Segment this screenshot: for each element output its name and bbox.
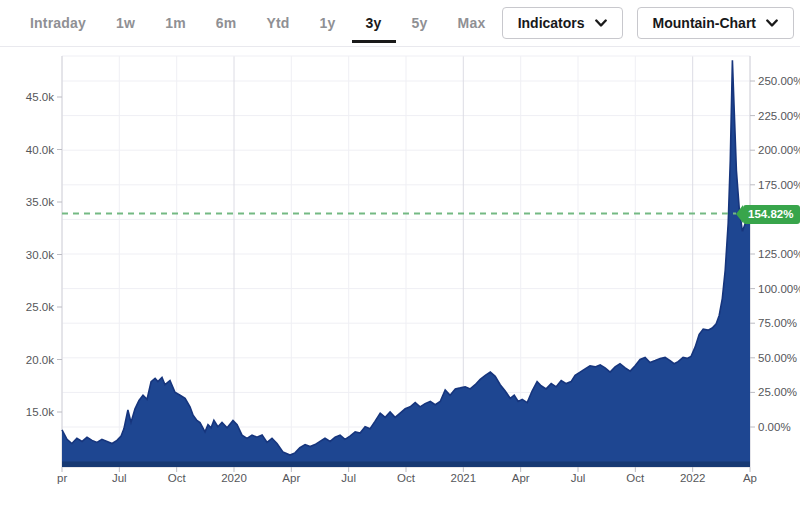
x-axis-label: 2022 — [680, 472, 706, 484]
right-axis-label: 0.00% — [758, 421, 791, 433]
x-axis-label: Jul — [571, 472, 586, 484]
left-axis-label: 20.0k — [26, 354, 54, 366]
right-axis-label: 25.00% — [758, 386, 797, 398]
current-value-badge: 154.82% — [743, 205, 800, 224]
right-axis-label: 100.00% — [758, 283, 800, 295]
left-axis-label: 35.0k — [26, 196, 54, 208]
right-axis-label: 250.00% — [758, 75, 800, 87]
x-axis-label: Oct — [168, 472, 187, 484]
x-axis-label: Oct — [397, 472, 416, 484]
mountain-chart-plot[interactable]: 45.0k40.0k35.0k30.0k25.0k20.0k15.0k250.0… — [0, 0, 800, 505]
x-axis-label: pr — [57, 472, 67, 484]
x-axis-label: 2020 — [221, 472, 247, 484]
baseline-stripe — [62, 462, 750, 468]
right-axis-label: 225.00% — [758, 110, 800, 122]
left-axis-label: 40.0k — [26, 144, 54, 156]
right-axis-label: 125.00% — [758, 248, 800, 260]
x-axis-label: Apr — [512, 472, 530, 484]
left-axis-label: 15.0k — [26, 406, 54, 418]
current-value-label: 154.82% — [748, 208, 793, 220]
x-axis-label: 2021 — [451, 472, 477, 484]
right-axis-label: 50.00% — [758, 352, 797, 364]
left-axis-label: 25.0k — [26, 301, 54, 313]
right-axis-label: 200.00% — [758, 144, 800, 156]
right-axis-label: 175.00% — [758, 179, 800, 191]
left-axis-label: 30.0k — [26, 249, 54, 261]
x-axis-label: Ap — [743, 472, 757, 484]
stock-chart-app: Intraday 1w 1m 6m Ytd 1y 3y 5y Max Indic… — [0, 0, 800, 505]
right-axis-label: 75.00% — [758, 317, 797, 329]
left-axis-label: 45.0k — [26, 91, 54, 103]
x-axis-label: Oct — [626, 472, 645, 484]
x-axis-label: Jul — [112, 472, 127, 484]
x-axis-label: Jul — [341, 472, 356, 484]
x-axis-label: Apr — [282, 472, 300, 484]
